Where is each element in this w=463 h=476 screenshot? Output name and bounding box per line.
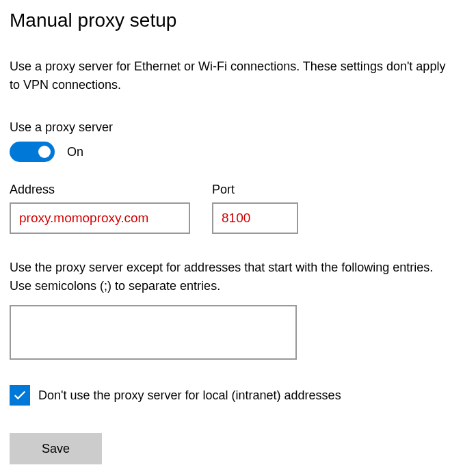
proxy-toggle[interactable] — [10, 142, 55, 162]
port-input[interactable] — [212, 202, 298, 234]
address-group: Address — [10, 183, 190, 234]
page-title: Manual proxy setup — [10, 10, 453, 31]
toggle-knob — [38, 146, 51, 158]
proxy-description: Use a proxy server for Ethernet or Wi-Fi… — [10, 57, 447, 94]
address-port-row: Address Port — [10, 183, 453, 234]
proxy-toggle-state: On — [67, 145, 83, 159]
address-input[interactable] — [10, 202, 190, 234]
port-group: Port — [212, 183, 298, 234]
proxy-toggle-label: Use a proxy server — [10, 120, 453, 135]
local-bypass-checkbox[interactable] — [10, 385, 30, 406]
proxy-toggle-row: On — [10, 142, 453, 162]
port-label: Port — [212, 183, 298, 197]
local-bypass-row: Don't use the proxy server for local (in… — [10, 385, 453, 406]
checkmark-icon — [12, 388, 27, 403]
save-button[interactable]: Save — [10, 433, 102, 464]
local-bypass-label: Don't use the proxy server for local (in… — [38, 388, 341, 403]
address-label: Address — [10, 183, 190, 197]
exceptions-label: Use the proxy server except for addresse… — [10, 259, 453, 295]
exceptions-input[interactable] — [10, 305, 297, 360]
